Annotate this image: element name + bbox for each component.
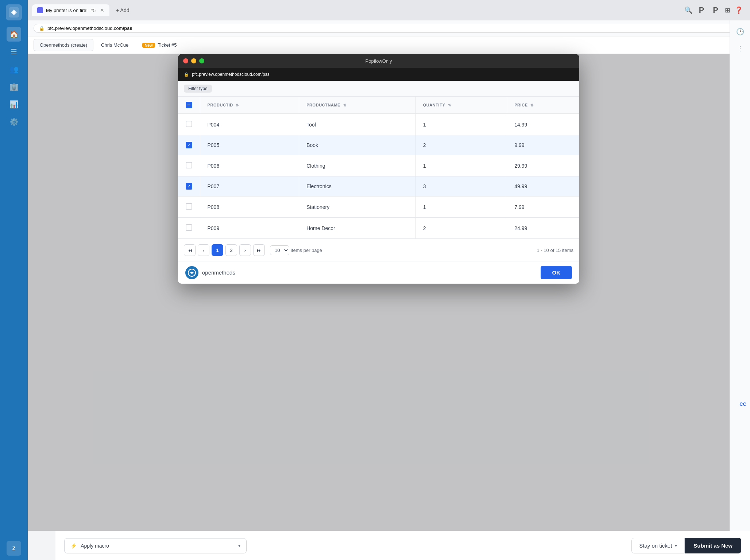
sidebar-item-home[interactable]: 🏠 bbox=[7, 27, 21, 42]
table-row: ✓P007Electronics349.99 bbox=[178, 176, 579, 197]
row-checkbox-p004[interactable] bbox=[186, 121, 192, 127]
next-page-button[interactable]: › bbox=[239, 244, 251, 256]
sidebar-item-settings[interactable]: ⚙️ bbox=[7, 114, 21, 129]
table-row: P008Stationery17.99 bbox=[178, 197, 579, 218]
cell-p008-productname: Stationery bbox=[299, 197, 416, 218]
browser-tab-active[interactable]: My printer is on fire! #5 ✕ bbox=[32, 4, 109, 16]
quantity-sort-icon[interactable]: ⇅ bbox=[448, 103, 451, 107]
page-2-button[interactable]: 2 bbox=[225, 244, 237, 256]
cell-p007-productname: Electronics bbox=[299, 176, 416, 197]
close-window-button[interactable] bbox=[183, 58, 188, 63]
cell-p004-price: 14.99 bbox=[507, 114, 579, 135]
cell-p007-price: 49.99 bbox=[507, 176, 579, 197]
row-checkbox-cell-p009[interactable] bbox=[178, 218, 200, 239]
productid-header[interactable]: PRODUCTID ⇅ bbox=[200, 97, 299, 114]
row-checkbox-p005[interactable]: ✓ bbox=[186, 142, 192, 148]
tab-close-button[interactable]: ✕ bbox=[100, 7, 104, 13]
right-sidebar: 🕐 ⋮ CC bbox=[730, 20, 750, 560]
modal-filter-bar: Filter type bbox=[178, 81, 579, 97]
cell-p005-price: 9.99 bbox=[507, 135, 579, 155]
sidebar-item-list[interactable]: ☰ bbox=[7, 44, 21, 59]
row-checkbox-cell-p005[interactable]: ✓ bbox=[178, 135, 200, 155]
sidebar-item-zendesk[interactable]: Z bbox=[7, 541, 21, 556]
productid-sort-icon[interactable]: ⇅ bbox=[236, 103, 239, 107]
left-sidebar: 🏠 ☰ 👥 🏢 📊 ⚙️ Z bbox=[0, 0, 28, 560]
subtabs-bar: Openmethods (create) Chris McCue New Tic… bbox=[28, 36, 750, 54]
select-all-header[interactable]: − bbox=[178, 97, 200, 114]
row-checkbox-cell-p007[interactable]: ✓ bbox=[178, 176, 200, 197]
table-body: P004Tool114.99✓P005Book29.99P006Clothing… bbox=[178, 114, 579, 239]
select-all-checkbox[interactable]: − bbox=[186, 102, 192, 108]
maximize-window-button[interactable] bbox=[199, 58, 204, 63]
address-bar[interactable]: 🔒 pfc.preview.openmethodscloud.com/pss bbox=[34, 24, 744, 33]
modal-title: PopflowOnly bbox=[366, 58, 392, 64]
openmethods-brand: openmethods bbox=[185, 266, 235, 279]
tab-add-button[interactable]: + Add bbox=[111, 4, 134, 16]
cell-p008-quantity: 1 bbox=[415, 197, 507, 218]
first-page-button[interactable]: ⏮ bbox=[184, 244, 196, 256]
row-checkbox-p009[interactable] bbox=[186, 224, 192, 231]
row-checkbox-cell-p004[interactable] bbox=[178, 114, 200, 135]
stay-on-ticket-button[interactable]: Stay on ticket ▾ bbox=[631, 538, 685, 553]
minimize-window-button[interactable] bbox=[191, 58, 196, 63]
sidebar-item-users[interactable]: 👥 bbox=[7, 62, 21, 77]
brand-label: openmethods bbox=[202, 269, 235, 276]
browser-tab-bar: My printer is on fire! #5 ✕ + Add 🔍 P P … bbox=[28, 0, 750, 20]
ok-button[interactable]: OK bbox=[541, 266, 572, 279]
row-checkbox-p006[interactable] bbox=[186, 162, 192, 168]
cc-label: CC bbox=[739, 401, 746, 407]
cell-p004-productid: P004 bbox=[200, 114, 299, 135]
search-icon[interactable]: 🔍 bbox=[684, 6, 692, 14]
modal-lock-icon: 🔒 bbox=[184, 72, 189, 77]
clock-icon[interactable]: 🕐 bbox=[733, 25, 747, 39]
modal-footer: openmethods OK bbox=[178, 261, 579, 284]
last-page-button[interactable]: ⏭ bbox=[253, 244, 265, 256]
popflow-icon-1[interactable]: P bbox=[697, 5, 707, 16]
apply-macro-button[interactable]: ⚡ Apply macro ▾ bbox=[64, 538, 247, 553]
modal-url: pfc.preview.openmethodscloud.com/pss bbox=[192, 72, 270, 77]
productname-header[interactable]: PRODUCTNAME ⇅ bbox=[299, 97, 416, 114]
cell-p005-productid: P005 bbox=[200, 135, 299, 155]
subtab-ticket5[interactable]: New Ticket #5 bbox=[136, 39, 183, 51]
items-per-page-selector: 10 20 50 items per page bbox=[270, 245, 322, 255]
cell-p008-price: 7.99 bbox=[507, 197, 579, 218]
stay-chevron-icon: ▾ bbox=[675, 543, 677, 548]
subtab-openmethods[interactable]: Openmethods (create) bbox=[34, 39, 93, 51]
cell-p009-productid: P009 bbox=[200, 218, 299, 239]
cell-p009-quantity: 2 bbox=[415, 218, 507, 239]
svg-point-1 bbox=[12, 11, 15, 14]
chevron-down-icon: ▾ bbox=[238, 543, 240, 548]
row-checkbox-p008[interactable] bbox=[186, 203, 192, 210]
pagination-bar: ⏮ ‹ 1 2 › ⏭ 10 20 50 items per page 1 bbox=[178, 239, 579, 261]
row-checkbox-p007[interactable]: ✓ bbox=[186, 183, 192, 190]
help-icon[interactable]: ❓ bbox=[735, 6, 743, 14]
row-checkbox-cell-p006[interactable] bbox=[178, 155, 200, 176]
sidebar-item-chart[interactable]: 📊 bbox=[7, 97, 21, 112]
filter-pill[interactable]: Filter type bbox=[184, 85, 212, 93]
grid-icon[interactable]: ⊞ bbox=[725, 6, 730, 14]
submit-as-new-button[interactable]: Submit as New bbox=[685, 538, 741, 553]
row-checkbox-cell-p008[interactable] bbox=[178, 197, 200, 218]
subtab-chrismccue[interactable]: Chris McCue bbox=[95, 39, 135, 51]
page-1-button[interactable]: 1 bbox=[212, 244, 223, 256]
lightning-icon: ⚡ bbox=[70, 543, 77, 549]
cell-p006-productname: Clothing bbox=[299, 155, 416, 176]
cell-p007-productid: P007 bbox=[200, 176, 299, 197]
cell-p009-productname: Home Decor bbox=[299, 218, 416, 239]
prev-page-button[interactable]: ‹ bbox=[198, 244, 209, 256]
items-per-page-select[interactable]: 10 20 50 bbox=[270, 245, 289, 255]
popflow-icon-2[interactable]: P bbox=[711, 5, 720, 16]
modal-overlay: PopflowOnly 🔒 pfc.preview.openmethodsclo… bbox=[28, 54, 730, 531]
more-options-icon[interactable]: ⋮ bbox=[734, 42, 746, 55]
productname-sort-icon[interactable]: ⇅ bbox=[343, 103, 347, 107]
bottom-bar: ⚡ Apply macro ▾ Stay on ticket ▾ Submit … bbox=[55, 531, 750, 560]
quantity-header[interactable]: QUANTITY ⇅ bbox=[415, 97, 507, 114]
new-badge: New bbox=[142, 43, 155, 48]
modal-address-bar: 🔒 pfc.preview.openmethodscloud.com/pss bbox=[178, 68, 579, 81]
app-logo[interactable] bbox=[6, 4, 22, 20]
price-header[interactable]: PRICE ⇅ bbox=[507, 97, 579, 114]
openmethods-logo bbox=[185, 266, 198, 279]
cell-p007-quantity: 3 bbox=[415, 176, 507, 197]
price-sort-icon[interactable]: ⇅ bbox=[530, 103, 534, 107]
sidebar-item-building[interactable]: 🏢 bbox=[7, 79, 21, 94]
